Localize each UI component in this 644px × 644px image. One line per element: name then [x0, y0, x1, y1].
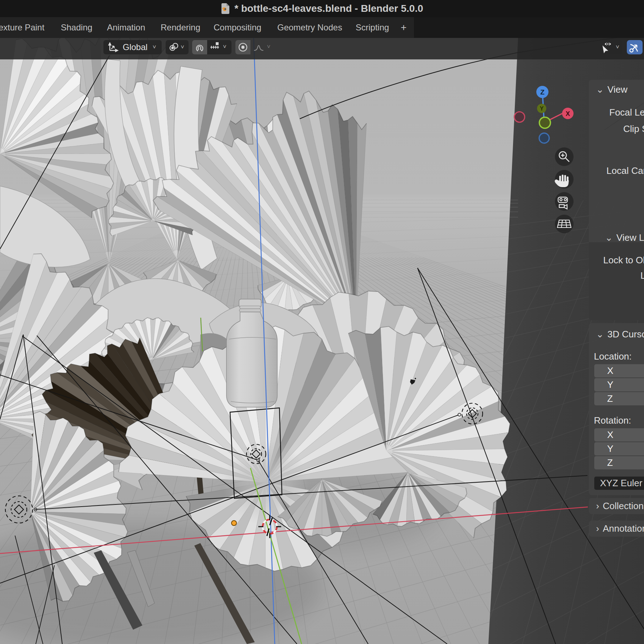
svg-text:Z: Z — [540, 88, 545, 96]
svg-text:X: X — [566, 110, 570, 117]
svg-text:Y: Y — [540, 106, 544, 112]
